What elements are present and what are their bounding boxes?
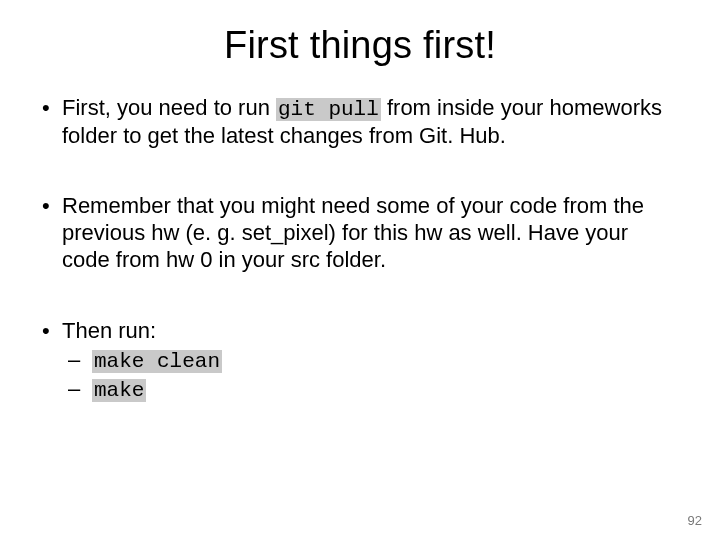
bullet-item-2: Remember that you might need some of you… bbox=[40, 193, 680, 273]
inline-code-git-pull: git pull bbox=[276, 98, 381, 121]
inline-code-make: make bbox=[92, 379, 146, 402]
bullet-list: First, you need to run git pull from ins… bbox=[40, 95, 680, 404]
bullet-item-1: First, you need to run git pull from ins… bbox=[40, 95, 680, 149]
page-number: 92 bbox=[688, 513, 702, 528]
inline-code-make-clean: make clean bbox=[92, 350, 222, 373]
slide: First things first! First, you need to r… bbox=[0, 0, 720, 540]
bullet-3-label: Then run: bbox=[62, 318, 156, 343]
slide-title: First things first! bbox=[40, 24, 680, 67]
bullet-item-3: Then run: make clean make bbox=[40, 318, 680, 404]
sub-list: make clean make bbox=[62, 347, 680, 404]
bullet-1-text-pre: First, you need to run bbox=[62, 95, 276, 120]
bullet-2-text: Remember that you might need some of you… bbox=[62, 193, 644, 272]
sub-item-make: make bbox=[62, 376, 680, 404]
sub-item-make-clean: make clean bbox=[62, 347, 680, 375]
